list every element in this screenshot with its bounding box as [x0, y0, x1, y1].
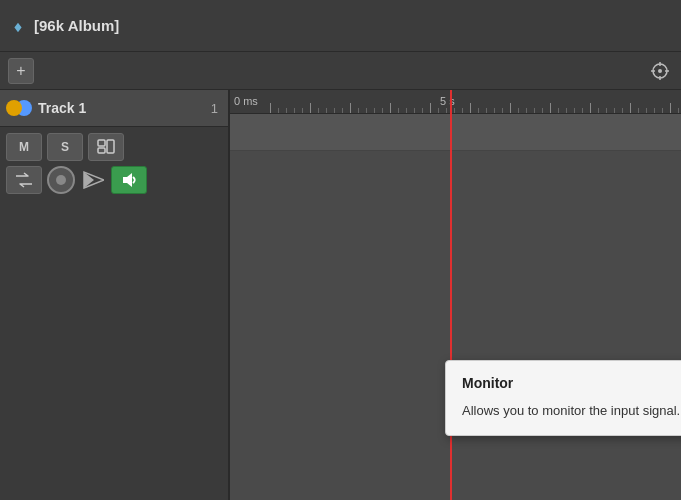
track-controls: M S [0, 127, 228, 200]
snap-icon[interactable] [647, 58, 673, 84]
track-header: Track 1 1 [0, 90, 228, 127]
mute-button[interactable]: M [6, 133, 42, 161]
timeline-area[interactable]: 0 ms 5 s (function() { const ruler = doc… [230, 90, 681, 500]
timeline-track-bg [230, 114, 681, 151]
tooltip-title: Monitor [462, 375, 681, 391]
record-button[interactable] [47, 166, 75, 194]
tooltip: Monitor Allows you to monitor the input … [445, 360, 681, 436]
title-bar: ⬧ [96k Album] [0, 0, 681, 52]
timeline-ruler: 0 ms 5 s (function() { const ruler = doc… [230, 90, 681, 114]
tooltip-body: Allows you to monitor the input signal. [462, 401, 681, 421]
svg-marker-11 [123, 173, 132, 187]
playhead [450, 90, 452, 500]
volume-icon [80, 167, 106, 193]
monitor-button[interactable] [111, 166, 147, 194]
add-button[interactable]: + [8, 58, 34, 84]
svg-rect-6 [98, 140, 105, 146]
svg-point-1 [658, 69, 662, 73]
link-button[interactable] [88, 133, 124, 161]
track-panel: Track 1 1 M S [0, 90, 230, 500]
track-number: 1 [211, 101, 218, 116]
app-icon: ⬧ [12, 14, 24, 37]
swap-button[interactable] [6, 166, 42, 194]
toolbar: + [0, 52, 681, 90]
ruler-label-5s: 5 s [440, 95, 455, 107]
track-toggle[interactable] [6, 100, 32, 116]
solo-button[interactable]: S [47, 133, 83, 161]
main-area: Track 1 1 M S [0, 90, 681, 500]
project-title: [96k Album] [34, 17, 119, 34]
controls-row-2 [6, 166, 222, 194]
track-name: Track 1 [38, 100, 205, 116]
controls-row-1: M S [6, 133, 222, 161]
svg-rect-8 [107, 140, 114, 153]
ruler-label-0ms: 0 ms [234, 95, 258, 107]
svg-rect-7 [98, 148, 105, 153]
